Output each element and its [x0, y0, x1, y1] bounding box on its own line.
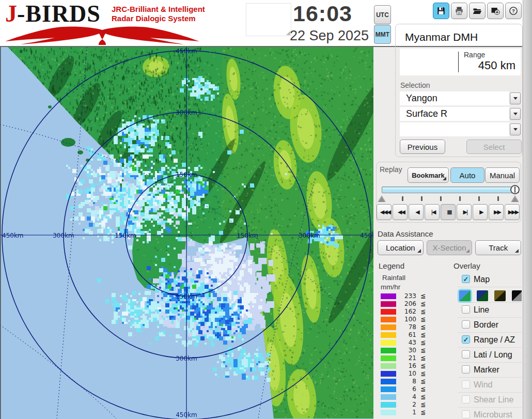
overlay-option[interactable]: Range / AZ	[458, 333, 522, 348]
select-button[interactable]: Select	[466, 139, 522, 154]
legend-color-swatch	[381, 379, 396, 384]
dropdown-button[interactable]	[510, 123, 521, 135]
overlay-option-map[interactable]: Map	[458, 272, 522, 287]
timeline-start-marker-icon[interactable]	[378, 195, 386, 202]
logo-text-j: J	[5, 1, 17, 27]
range-box: Range 450 km	[400, 49, 521, 75]
menu-corner-icon	[443, 177, 446, 180]
legend-color-swatch	[381, 363, 396, 369]
legend-color-swatch	[381, 386, 396, 392]
replay-label: Replay	[380, 165, 402, 174]
bookmark-button[interactable]: Bookmark	[408, 167, 449, 183]
playback-button[interactable]: ▶▶▶	[505, 204, 520, 220]
replay-auto-button[interactable]: Auto	[450, 167, 484, 183]
legend-row: 16 ≦	[377, 362, 430, 370]
timeline-end-marker-icon[interactable]	[511, 195, 519, 202]
radar-map-display[interactable]	[0, 47, 373, 419]
overlay-option[interactable]: Lati / Long	[458, 348, 522, 363]
legend-row: 8 ≦	[377, 378, 430, 385]
data-assistance-button[interactable]: Location	[378, 240, 424, 255]
selection-dropdowns: Yangon Surface R	[400, 91, 521, 138]
clock-date: 22 Sep 2025	[290, 28, 369, 44]
data-assistance-button[interactable]: X-Section	[427, 240, 473, 255]
playback-button[interactable]: ■	[441, 204, 456, 220]
replay-timeline-track[interactable]	[382, 187, 519, 193]
overlay-checkbox[interactable]	[462, 410, 470, 418]
replay-manual-button[interactable]: Manual	[485, 167, 520, 183]
playback-button[interactable]: ▶	[473, 204, 488, 220]
legend-title-units: mm/hr	[381, 283, 400, 291]
playback-button[interactable]: ▶▶	[489, 204, 504, 220]
open-folder-icon	[473, 5, 482, 17]
replay-timeline-handle[interactable]	[510, 185, 520, 194]
help-button[interactable]: ?	[505, 3, 522, 19]
eagle-logo-graphic	[4, 25, 200, 45]
legend-row: 21 ≦	[377, 354, 430, 362]
previous-button[interactable]: Previous	[400, 139, 445, 154]
chevron-down-icon	[513, 113, 518, 115]
add-image-button[interactable]	[487, 3, 504, 19]
timezone-utc-button[interactable]: UTC	[374, 5, 391, 24]
overlay-checkbox[interactable]	[462, 350, 470, 359]
dropdown-value[interactable]: Surface R	[400, 107, 509, 121]
overlay-option[interactable]: Wind	[458, 378, 522, 393]
overlay-option[interactable]: Line	[458, 303, 522, 318]
dropdown-button[interactable]	[510, 108, 521, 120]
overlay-option-label: Range / AZ	[474, 333, 515, 347]
open-folder-button[interactable]	[469, 3, 486, 19]
dropdown-value[interactable]: Yangon	[400, 91, 509, 105]
legend-color-swatch	[381, 394, 396, 400]
bookmark-button-label: Bookmark	[412, 172, 445, 179]
playback-button[interactable]: ◀	[409, 204, 424, 220]
add-image-icon	[491, 5, 500, 17]
timezone-mmt-button[interactable]: MMT	[374, 25, 391, 44]
print-icon	[455, 5, 464, 17]
playback-button[interactable]: |◀	[425, 204, 440, 220]
legend-row: 4 ≦	[377, 393, 430, 401]
overlay-checkbox[interactable]	[462, 335, 470, 344]
dropdown-button[interactable]	[510, 92, 521, 104]
legend-color-swatch	[381, 293, 396, 299]
selection-label: Selection	[400, 81, 430, 89]
overlay-option-label: Marker	[474, 363, 499, 377]
overlay-checkbox[interactable]	[462, 365, 470, 374]
legend-color-swatch	[381, 301, 396, 307]
timeline-tick	[478, 196, 480, 201]
map-style-swatch[interactable]	[512, 290, 522, 301]
playback-button[interactable]: ◀◀◀	[377, 204, 392, 220]
playback-button[interactable]: ◀◀	[393, 204, 408, 220]
timeline-tick	[497, 196, 499, 201]
print-button[interactable]	[451, 3, 467, 19]
timeline-tick	[421, 196, 423, 201]
legend-value: 30	[409, 347, 416, 354]
overlay-option[interactable]: Marker	[458, 363, 522, 378]
clock-time: 16:03	[293, 1, 352, 26]
legend-leq-symbol: ≦	[420, 323, 426, 331]
overlay-checkbox[interactable]	[462, 395, 470, 404]
overlay-option[interactable]: Shear Line	[458, 393, 522, 408]
playback-button[interactable]: ▶|	[457, 204, 472, 220]
legend-value: 233	[404, 292, 416, 300]
overlay-option[interactable]: Microburst	[458, 408, 522, 419]
overlay-option[interactable]: Border	[458, 318, 522, 333]
checkbox-map[interactable]	[462, 275, 470, 283]
legend-row: 1 ≦	[377, 409, 430, 416]
overlay-checkbox[interactable]	[462, 380, 470, 389]
legend-value: 78	[409, 323, 416, 331]
legend-color-swatch	[381, 348, 396, 353]
timeline-tick	[402, 196, 403, 201]
save-icon	[436, 5, 446, 17]
save-button[interactable]	[433, 3, 449, 19]
data-assistance-button-label: X-Section	[432, 243, 466, 252]
map-style-swatch[interactable]	[477, 290, 488, 301]
map-style-swatch[interactable]	[494, 290, 506, 301]
annotation-box[interactable]	[246, 3, 291, 36]
logo-text-birds: -BIRDS	[17, 1, 101, 27]
jbirds-application: J-BIRDS JRC-Brilliant & Intelligent Rada…	[0, 0, 532, 419]
dropdown-value[interactable]	[400, 122, 509, 136]
data-assistance-button[interactable]: Track	[475, 240, 521, 255]
overlay-checkbox[interactable]	[462, 320, 470, 329]
logo-tagline-1: JRC-Brilliant & Intelligent	[112, 5, 205, 13]
overlay-checkbox[interactable]	[462, 305, 470, 314]
map-style-swatch[interactable]	[459, 290, 471, 301]
